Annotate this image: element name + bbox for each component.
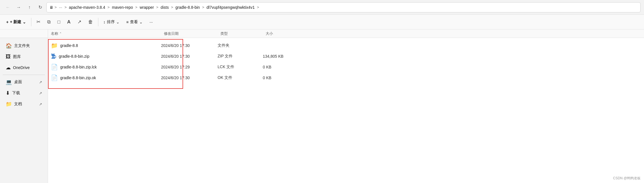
file-name-3: gradle-8.8-bin.zip.ok [60, 76, 96, 80]
col-header-type[interactable]: 类型 [220, 31, 266, 36]
delete-button[interactable]: 🗑 [85, 18, 96, 27]
sidebar-divider [3, 75, 45, 75]
sidebar-item-desktop[interactable]: 💻 桌面 ↗ [2, 77, 46, 87]
col-sort-icon: ⌃ [59, 32, 62, 35]
rename-button[interactable]: A [64, 18, 73, 27]
address-path[interactable]: 🖥 > ··· > apache-maven-3.8.4 > maven-rep… [46, 2, 641, 12]
documents-icon: 📁 [6, 101, 12, 107]
table-row[interactable]: 📄 gradle-8.8-bin.zip.lck 2024/6/20 17:29… [48, 62, 644, 72]
copy-button[interactable]: ⧉ [44, 18, 53, 27]
more-icon: ··· [149, 20, 153, 24]
rename-icon: A [67, 19, 71, 25]
view-icon: ≡ [126, 20, 129, 24]
file-name-1: gradle-8.8-bin.zip [59, 54, 89, 59]
zip-icon-1: 🗜 [51, 53, 57, 60]
delete-icon: 🗑 [88, 19, 93, 25]
sidebar-item-downloads[interactable]: ⬇ 下载 ↗ [2, 88, 46, 98]
col-header-size[interactable]: 大小 [266, 31, 302, 36]
download-icon: ⬇ [6, 90, 10, 96]
file-type-2: LCK 文件 [218, 64, 263, 70]
cut-button[interactable]: ✂ [34, 17, 43, 27]
file-icon-3: 📄 [51, 74, 58, 81]
address-bar: ← → ↑ ↻ 🖥 > ··· > apache-maven-3.8.4 > m… [0, 0, 644, 15]
path-segment-2[interactable]: wrapper [138, 5, 155, 10]
content-wrapper: 📁 gradle-8.8 2024/6/20 17:30 文件夹 🗜 gradl… [48, 38, 644, 183]
cloud-icon: ☁ [6, 64, 11, 71]
path-ellipsis: ··· [58, 5, 64, 10]
file-area: 📁 gradle-8.8 2024/6/20 17:30 文件夹 🗜 gradl… [48, 38, 644, 85]
cut-icon: ✂ [36, 19, 40, 25]
watermark: CSDN @鸭鸭老板 [613, 176, 641, 181]
share-button[interactable]: ↗ [75, 17, 84, 27]
file-date-0: 2024/6/20 17:30 [161, 43, 218, 48]
sidebar: 🏠 主文件夹 🖼 图库 ☁ OneDrive 💻 桌面 ↗ ⬇ 下载 ↗ 📁 文… [0, 38, 48, 183]
file-name-cell-0: 📁 gradle-8.8 [48, 42, 161, 49]
toolbar-divider-1 [31, 18, 31, 26]
toolbar-divider-2 [98, 18, 98, 26]
sort-button[interactable]: ↕ 排序 ⌄ [101, 18, 122, 26]
new-button[interactable]: + + 新建 ⌄ [3, 18, 29, 26]
up-button[interactable]: ↑ [25, 3, 34, 12]
forward-button[interactable]: → [14, 3, 23, 12]
paste-button[interactable]: □ [55, 18, 63, 27]
col-date-label: 修改日期 [164, 31, 179, 36]
col-type-label: 类型 [220, 31, 228, 36]
sidebar-downloads-label: 下载 [12, 91, 20, 96]
path-sep-1: > [64, 5, 67, 9]
home-icon: 🏠 [6, 43, 12, 49]
refresh-button[interactable]: ↻ [36, 3, 45, 12]
file-size-3: 0 KB [263, 76, 300, 80]
path-sep-6: > [202, 5, 204, 9]
folder-icon-0: 📁 [51, 42, 58, 49]
column-headers: 名称 ⌃ 修改日期 类型 大小 [0, 29, 644, 38]
path-segment-4[interactable]: gradle-8.8-bin [174, 5, 201, 10]
path-segment-3[interactable]: dists [159, 5, 170, 10]
file-size-1: 134,805 KB [263, 54, 300, 59]
path-sep-4: > [156, 5, 159, 9]
path-segment-5[interactable]: dl7vupf4psengwqhwktix4v1 [205, 5, 256, 10]
file-area-wrapper: 📁 gradle-8.8 2024/6/20 17:30 文件夹 🗜 gradl… [48, 38, 644, 183]
sort-icon: ↕ [103, 20, 105, 24]
path-sep-5: > [171, 5, 173, 9]
back-button[interactable]: ← [3, 3, 12, 12]
sidebar-item-home[interactable]: 🏠 主文件夹 [2, 40, 46, 51]
path-sep-7: > [257, 5, 259, 9]
table-row[interactable]: 📄 gradle-8.8-bin.zip.ok 2024/6/20 17:30 … [48, 72, 644, 83]
path-sep-2: > [107, 5, 110, 9]
file-type-0: 文件夹 [218, 43, 263, 48]
path-sep-3: > [135, 5, 138, 9]
copy-icon: ⧉ [47, 19, 51, 25]
monitor-icon: 🖥 [49, 5, 53, 10]
file-name-0: gradle-8.8 [60, 43, 78, 48]
sidebar-item-onedrive[interactable]: ☁ OneDrive [2, 62, 46, 73]
pin-icon-documents: ↗ [39, 102, 42, 106]
sidebar-desktop-label: 桌面 [14, 79, 22, 85]
new-label: + 新建 [10, 20, 21, 25]
col-header-date[interactable]: 修改日期 [164, 31, 220, 36]
table-row[interactable]: 🗜 gradle-8.8-bin.zip 2024/6/20 17:30 ZIP… [48, 51, 644, 62]
more-button[interactable]: ··· [147, 18, 156, 26]
path-segment-0[interactable]: apache-maven-3.8.4 [68, 5, 106, 10]
file-name-cell-3: 📄 gradle-8.8-bin.zip.ok [48, 74, 161, 81]
sidebar-item-documents[interactable]: 📁 文档 ↗ [2, 99, 46, 109]
file-date-1: 2024/6/20 17:30 [161, 54, 218, 59]
gallery-icon: 🖼 [6, 54, 11, 60]
toolbar: + + 新建 ⌄ ✂ ⧉ □ A ↗ 🗑 ↕ 排序 ⌄ ≡ 查看 ⌄ ··· [0, 15, 644, 29]
file-type-3: OK 文件 [218, 75, 263, 80]
path-sep-0: > [55, 5, 57, 9]
table-row[interactable]: 📁 gradle-8.8 2024/6/20 17:30 文件夹 [48, 40, 644, 51]
main-layout: 🏠 主文件夹 🖼 图库 ☁ OneDrive 💻 桌面 ↗ ⬇ 下载 ↗ 📁 文… [0, 38, 644, 183]
plus-icon: + [6, 20, 8, 24]
path-segment-1[interactable]: maven-repo [111, 5, 134, 10]
sidebar-onedrive-label: OneDrive [13, 65, 30, 70]
col-header-name[interactable]: 名称 ⌃ [51, 31, 164, 36]
view-chevron-icon: ⌄ [139, 20, 143, 24]
file-type-1: ZIP 文件 [218, 54, 263, 59]
sidebar-documents-label: 文档 [14, 102, 22, 107]
view-label: 查看 [130, 20, 138, 25]
file-name-cell-2: 📄 gradle-8.8-bin.zip.lck [48, 64, 161, 70]
sidebar-item-gallery[interactable]: 🖼 图库 [2, 51, 46, 62]
sort-chevron-icon: ⌄ [116, 20, 120, 24]
view-button[interactable]: ≡ 查看 ⌄ [123, 18, 146, 26]
watermark-text: CSDN @鸭鸭老板 [613, 176, 641, 180]
